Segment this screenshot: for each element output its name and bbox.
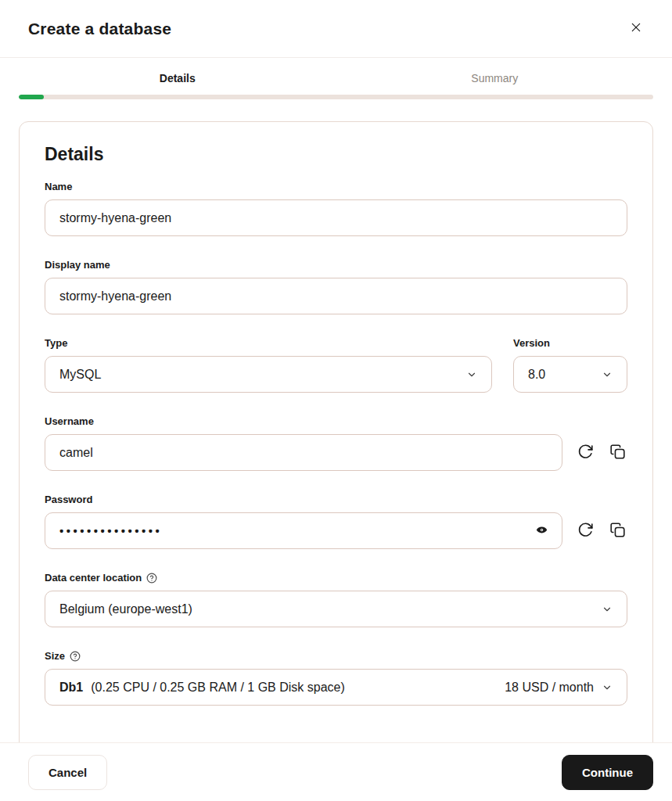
username-field-group: Username xyxy=(45,415,627,471)
step-tab-summary[interactable]: Summary xyxy=(336,72,654,84)
password-input[interactable] xyxy=(45,512,562,549)
cancel-button[interactable]: Cancel xyxy=(28,755,107,790)
location-select[interactable]: Belgium (europe-west1) xyxy=(45,591,627,627)
size-label: Size xyxy=(45,650,627,662)
type-select-value: MySQL xyxy=(59,368,466,382)
display-name-label: Display name xyxy=(45,259,627,271)
location-select-value: Belgium (europe-west1) xyxy=(59,602,602,616)
modal-header: Create a database xyxy=(0,0,672,58)
step-labels: Details Summary xyxy=(19,72,653,84)
show-password-button[interactable] xyxy=(531,521,552,541)
size-price: 18 USD / month xyxy=(505,681,594,695)
copy-password-button[interactable] xyxy=(608,522,627,541)
card-heading: Details xyxy=(45,144,627,165)
name-label: Name xyxy=(45,181,627,192)
username-input[interactable] xyxy=(45,434,562,471)
location-field-group: Data center location Belgium (europe-wes… xyxy=(45,572,627,627)
modal-title: Create a database xyxy=(28,20,171,38)
regenerate-username-button[interactable] xyxy=(576,444,595,462)
size-select[interactable]: Db1 (0.25 CPU / 0.25 GB RAM / 1 GB Disk … xyxy=(45,669,627,706)
type-label: Type xyxy=(45,337,492,349)
chevron-down-icon xyxy=(602,682,613,693)
version-field-group: Version 8.0 xyxy=(513,337,627,393)
name-field-group: Name xyxy=(45,181,627,236)
name-input[interactable] xyxy=(45,199,627,236)
version-select-value: 8.0 xyxy=(528,368,602,382)
location-label-text: Data center location xyxy=(45,572,142,584)
password-label: Password xyxy=(45,494,627,505)
version-label: Version xyxy=(513,337,627,349)
size-label-text: Size xyxy=(45,650,65,662)
type-select[interactable]: MySQL xyxy=(45,356,492,393)
step-tab-details[interactable]: Details xyxy=(19,72,336,84)
details-card: Details Name Display name Type MySQL xyxy=(19,121,653,742)
copy-icon xyxy=(609,444,626,462)
chevron-down-icon xyxy=(602,604,613,615)
steps-nav: Details Summary xyxy=(0,58,672,99)
copy-icon xyxy=(609,522,626,541)
help-icon[interactable] xyxy=(146,573,157,584)
size-specs: (0.25 CPU / 0.25 GB RAM / 1 GB Disk spac… xyxy=(91,681,505,695)
username-label: Username xyxy=(45,415,627,427)
display-name-field-group: Display name xyxy=(45,259,627,314)
create-database-modal: Create a database Details Summary Detail… xyxy=(0,0,672,801)
help-icon[interactable] xyxy=(70,651,81,662)
close-button[interactable] xyxy=(625,18,647,40)
regenerate-password-button[interactable] xyxy=(576,522,595,541)
continue-button[interactable]: Continue xyxy=(562,755,653,790)
size-plan: Db1 xyxy=(59,681,83,695)
modal-body: Details Name Display name Type MySQL xyxy=(0,99,672,742)
eye-icon xyxy=(535,523,548,539)
type-field-group: Type MySQL xyxy=(45,337,492,393)
modal-footer: Cancel Continue xyxy=(0,742,672,801)
version-select[interactable]: 8.0 xyxy=(513,356,627,393)
size-field-group: Size Db1 (0.25 CPU / 0.25 GB RAM / 1 GB … xyxy=(45,650,627,706)
chevron-down-icon xyxy=(466,369,477,380)
close-icon xyxy=(630,21,642,36)
location-label: Data center location xyxy=(45,572,627,584)
chevron-down-icon xyxy=(602,369,613,380)
regenerate-icon xyxy=(577,522,594,541)
display-name-input[interactable] xyxy=(45,278,627,314)
password-field-group: Password xyxy=(45,494,627,549)
regenerate-icon xyxy=(577,444,594,462)
type-version-row: Type MySQL Version 8.0 xyxy=(45,337,627,393)
copy-username-button[interactable] xyxy=(608,444,627,462)
